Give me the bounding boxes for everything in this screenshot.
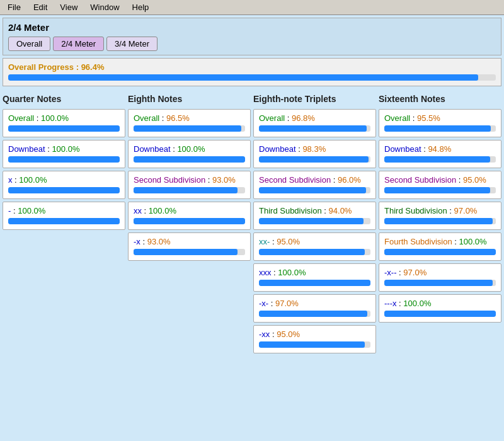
menu-help[interactable]: Help <box>130 1 152 13</box>
stat-bar-outer-2-1 <box>259 156 370 163</box>
stat-label-2-5: xxx <box>259 268 272 277</box>
stat-colon-3-0: : <box>410 113 417 123</box>
stat-value-1-3: 100.0% <box>149 206 176 215</box>
stat-label-3-2: Second Subdivision <box>384 175 456 185</box>
stat-value-1-0: 96.5% <box>166 113 190 123</box>
stat-label-2-2: Second Subdivision <box>259 175 331 185</box>
stat-value-2-6: 97.0% <box>275 299 299 308</box>
stat-colon-2-1: : <box>296 144 303 154</box>
stat-label-3-6: ---x <box>384 299 397 308</box>
stat-value-line-1-3: xx : 100.0% <box>134 206 245 215</box>
stat-box-3-5: -x-- : 97.0% <box>379 263 501 292</box>
stat-bar-outer-1-3 <box>134 218 245 224</box>
stat-box-3-6: ---x : 100.0% <box>379 294 501 323</box>
stat-value-2-0: 96.8% <box>292 113 315 123</box>
stat-value-0-3: 100.0% <box>18 206 45 215</box>
tab-overall[interactable]: Overall <box>8 37 50 51</box>
stat-box-0-2: x : 100.0% <box>3 171 125 199</box>
meter-title: 2/4 Meter <box>8 22 496 33</box>
stat-box-0-1: Downbeat : 100.0% <box>3 140 125 168</box>
stat-box-2-4: xx- : 95.0% <box>253 232 376 261</box>
stat-value-3-2: 95.0% <box>463 175 486 185</box>
stat-bar-outer-3-4 <box>384 249 496 255</box>
stat-bar-outer-2-6 <box>259 311 370 317</box>
stat-value-2-5: 100.0% <box>278 268 306 277</box>
stat-box-1-1: Downbeat : 100.0% <box>128 140 251 168</box>
stat-label-1-0: Overall <box>134 113 159 123</box>
stat-value-line-2-3: Third Subdivision : 94.0% <box>259 206 370 215</box>
col-header-1: Eighth Notes <box>128 91 251 106</box>
stat-colon-3-5: : <box>397 268 404 277</box>
stat-box-2-7: -xx : 95.0% <box>253 325 376 353</box>
stat-label-2-4: xx- <box>259 237 270 246</box>
stat-bar-inner-1-1 <box>134 156 245 163</box>
stat-colon-2-7: : <box>270 329 277 339</box>
stat-label-1-1: Downbeat <box>134 144 171 154</box>
progress-label: Overall Progress : 96.4% <box>8 62 496 72</box>
stat-bar-inner-0-3 <box>8 218 120 224</box>
stat-colon-3-1: : <box>421 144 428 154</box>
stat-value-line-3-1: Downbeat : 94.8% <box>384 144 496 154</box>
stat-value-1-4: 93.0% <box>147 237 171 246</box>
stat-box-2-1: Downbeat : 98.3% <box>253 140 376 168</box>
stat-value-line-1-0: Overall : 96.5% <box>134 113 245 123</box>
stat-bar-outer-0-1 <box>8 156 120 163</box>
stat-colon-2-0: : <box>285 113 292 123</box>
menu-view[interactable]: View <box>57 1 80 13</box>
stat-value-3-4: 100.0% <box>459 237 487 246</box>
stat-value-3-6: 100.0% <box>403 299 431 308</box>
stat-value-line-3-6: ---x : 100.0% <box>384 299 496 308</box>
stat-bar-outer-2-2 <box>259 187 370 193</box>
stat-box-1-2: Second Subdivision : 93.0% <box>128 171 251 199</box>
stat-box-1-0: Overall : 96.5% <box>128 109 251 137</box>
main-grid: Quarter NotesOverall : 100.0%Downbeat : … <box>0 89 504 356</box>
stat-value-line-1-4: -x : 93.0% <box>134 237 245 246</box>
stat-bar-inner-2-1 <box>259 156 369 163</box>
stat-bar-inner-0-1 <box>8 156 120 163</box>
stat-bar-inner-3-1 <box>384 156 490 163</box>
stat-bar-outer-3-2 <box>384 187 496 193</box>
stat-bar-outer-2-3 <box>259 218 370 224</box>
stat-colon-1-2: : <box>205 175 212 185</box>
stat-bar-outer-0-2 <box>8 187 120 193</box>
stat-colon-3-3: : <box>447 206 454 215</box>
stat-box-1-4: -x : 93.0% <box>128 232 251 261</box>
stat-box-3-4: Fourth Subdivision : 100.0% <box>379 232 501 261</box>
tab-24-meter[interactable]: 2/4 Meter <box>53 37 104 51</box>
stat-bar-outer-1-4 <box>134 249 245 255</box>
stat-label-0-0: Overall <box>8 113 34 123</box>
stat-value-line-3-0: Overall : 95.5% <box>384 113 496 123</box>
stat-bar-inner-3-2 <box>384 187 490 193</box>
stat-bar-inner-2-3 <box>259 218 364 224</box>
menu-file[interactable]: File <box>5 1 23 13</box>
stat-bar-outer-0-0 <box>8 125 120 132</box>
column-1: Eighth NotesOverall : 96.5%Downbeat : 10… <box>128 91 251 353</box>
menu-edit[interactable]: Edit <box>31 1 50 13</box>
stat-colon-3-6: : <box>397 299 404 308</box>
stat-box-3-2: Second Subdivision : 95.0% <box>379 171 501 199</box>
stat-label-0-1: Downbeat <box>8 144 45 154</box>
stat-box-2-5: xxx : 100.0% <box>253 263 376 292</box>
stat-label-2-6: -x- <box>259 299 268 308</box>
stat-bar-outer-1-0 <box>134 125 245 132</box>
stat-box-2-0: Overall : 96.8% <box>253 109 376 137</box>
stat-bar-outer-3-5 <box>384 280 496 286</box>
menu-window[interactable]: Window <box>88 1 122 13</box>
stat-bar-outer-1-1 <box>134 156 245 163</box>
stat-value-2-4: 95.0% <box>277 237 300 246</box>
stat-bar-outer-2-5 <box>259 280 370 286</box>
stat-colon-2-4: : <box>270 237 277 246</box>
stat-box-2-2: Second Subdivision : 96.0% <box>253 171 376 199</box>
tab-34-meter[interactable]: 3/4 Meter <box>106 37 158 51</box>
stat-value-line-2-2: Second Subdivision : 96.0% <box>259 175 370 185</box>
stat-box-0-0: Overall : 100.0% <box>3 109 125 137</box>
stat-colon-1-3: : <box>142 206 149 215</box>
stat-bar-inner-3-3 <box>384 218 493 224</box>
stat-bar-inner-1-2 <box>134 187 238 193</box>
stat-value-3-3: 97.0% <box>454 206 478 215</box>
stat-value-line-0-0: Overall : 100.0% <box>8 113 120 123</box>
stat-value-line-2-7: -xx : 95.0% <box>259 329 370 339</box>
stat-value-0-2: 100.0% <box>19 175 47 185</box>
stat-colon-0-1: : <box>45 144 52 154</box>
stat-value-3-5: 97.0% <box>403 268 427 277</box>
